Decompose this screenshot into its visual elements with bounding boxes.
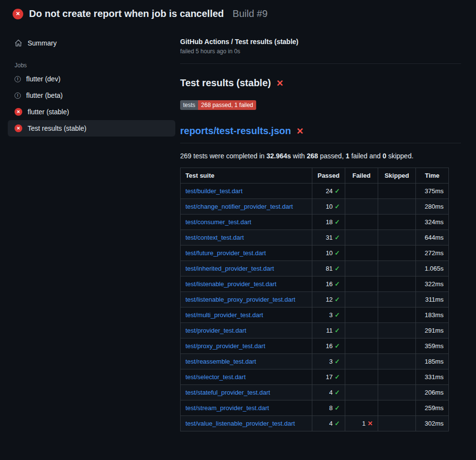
test-suite-link[interactable]: test/selector_test.dart [185, 373, 246, 381]
check-icon: ✓ [335, 280, 340, 288]
cell-failed [345, 369, 378, 385]
cell-passed: 3✓ [312, 307, 345, 323]
jobs-section-label: Jobs [15, 62, 175, 69]
cell-failed [345, 276, 378, 292]
cell-failed [345, 400, 378, 416]
cell-skipped [378, 354, 416, 369]
cell-time: 331ms [416, 369, 449, 385]
check-icon: ✓ [335, 389, 340, 396]
cell-test-suite: test/inherited_provider_test.dart [181, 261, 312, 276]
test-suite-link[interactable]: test/builder_test.dart [185, 187, 243, 195]
badge-label: tests [180, 100, 198, 110]
cell-time: 206ms [416, 385, 449, 400]
check-icon: ✓ [335, 187, 340, 195]
cell-skipped [378, 215, 416, 230]
test-suite-link[interactable]: test/reassemble_test.dart [185, 358, 256, 365]
sidebar-item-label: flutter (stable) [28, 108, 69, 116]
table-row: test/stateful_provider_test.dart4✓206ms [181, 385, 449, 400]
table-row: test/listenable_proxy_provider_test.dart… [181, 292, 449, 307]
cell-passed: 24✓ [312, 184, 345, 199]
cell-test-suite: test/value_listenable_provider_test.dart [181, 416, 312, 431]
section-title: Test results (stable) ✕ [180, 77, 461, 89]
cell-skipped [378, 369, 416, 385]
section-title-text: Test results (stable) [180, 77, 271, 89]
test-suite-link[interactable]: test/listenable_provider_test.dart [185, 280, 276, 288]
cell-passed: 17✓ [312, 369, 345, 385]
check-icon: ✓ [335, 203, 340, 210]
cell-test-suite: test/builder_test.dart [181, 184, 312, 199]
sidebar-item-label: Test results (stable) [28, 124, 86, 132]
cell-passed: 8✓ [312, 400, 345, 416]
test-suite-link[interactable]: test/context_test.dart [185, 234, 244, 241]
cell-test-suite: test/provider_test.dart [181, 323, 312, 338]
cell-test-suite: test/stateful_provider_test.dart [181, 385, 312, 400]
cell-failed [345, 184, 378, 199]
col-header-skipped: Skipped [378, 168, 416, 184]
cell-time: 324ms [416, 215, 449, 230]
cancelled-icon: ! [15, 92, 21, 99]
run-meta: failed 5 hours ago in 0s [180, 48, 461, 55]
cell-skipped [378, 292, 416, 307]
test-suite-link[interactable]: test/proxy_provider_test.dart [185, 342, 265, 350]
cell-time: 311ms [416, 292, 449, 307]
breadcrumb: GitHub Actions / Test results (stable) [180, 38, 461, 46]
sidebar-item-summary[interactable]: Summary [8, 35, 175, 51]
test-suite-link[interactable]: test/future_provider_test.dart [185, 249, 266, 257]
cell-time: 272ms [416, 245, 449, 261]
home-icon [15, 39, 22, 47]
summary-skipped: 0 [383, 152, 386, 160]
test-suite-link[interactable]: test/stateful_provider_test.dart [185, 389, 270, 396]
cell-failed [345, 385, 378, 400]
report-file-link[interactable]: reports/test-results.json [180, 125, 291, 137]
cell-time: 359ms [416, 338, 449, 354]
sidebar-item-job[interactable]: ✕flutter (stable) [8, 104, 175, 120]
table-header-row: Test suite Passed Failed Skipped Time [181, 168, 449, 184]
summary-duration: 32.964s [266, 152, 291, 160]
cell-time: 644ms [416, 230, 449, 245]
table-row: test/selector_test.dart17✓331ms [181, 369, 449, 385]
summary-passed: 268 [307, 152, 318, 160]
cell-test-suite: test/consumer_test.dart [181, 215, 312, 230]
test-suite-link[interactable]: test/stream_provider_test.dart [185, 404, 269, 412]
cell-time: 280ms [416, 199, 449, 215]
test-suite-link[interactable]: test/multi_provider_test.dart [185, 311, 263, 319]
divider [180, 63, 461, 64]
cell-test-suite: test/listenable_provider_test.dart [181, 276, 312, 292]
sidebar: Summary Jobs !flutter (dev)!flutter (bet… [0, 22, 180, 137]
check-icon: ✓ [335, 311, 340, 319]
cell-skipped [378, 199, 416, 215]
col-header-passed: Passed [312, 168, 345, 184]
cell-failed [345, 245, 378, 261]
cell-test-suite: test/change_notifier_provider_test.dart [181, 199, 312, 215]
table-row: test/reassemble_test.dart3✓185ms [181, 354, 449, 369]
test-suite-link[interactable]: test/consumer_test.dart [185, 218, 251, 226]
sidebar-item-job[interactable]: !flutter (beta) [8, 87, 175, 104]
cell-failed: 1✕ [345, 416, 378, 431]
table-row: test/listenable_provider_test.dart16✓322… [181, 276, 449, 292]
table-row: test/stream_provider_test.dart8✓259ms [181, 400, 449, 416]
test-suite-link[interactable]: test/provider_test.dart [185, 327, 246, 334]
cell-time: 302ms [416, 416, 449, 431]
main-content: GitHub Actions / Test results (stable) f… [180, 22, 476, 431]
cell-passed: 3✓ [312, 354, 345, 369]
cell-test-suite: test/selector_test.dart [181, 369, 312, 385]
test-suite-link[interactable]: test/listenable_proxy_provider_test.dart [185, 296, 295, 303]
cell-failed [345, 307, 378, 323]
cell-passed: 10✓ [312, 199, 345, 215]
check-icon: ✓ [335, 327, 340, 334]
cell-failed [345, 292, 378, 307]
test-suite-link[interactable]: test/change_notifier_provider_test.dart [185, 203, 293, 210]
cell-passed: 18✓ [312, 215, 345, 230]
run-header: ✕ Do not create report when job is cance… [0, 0, 476, 22]
sidebar-item-job[interactable]: !flutter (dev) [8, 71, 175, 87]
check-icon: ✓ [335, 218, 340, 226]
table-row: test/builder_test.dart24✓375ms [181, 184, 449, 199]
cell-passed: 16✓ [312, 276, 345, 292]
report-title: reports/test-results.json ✕ [180, 125, 461, 143]
test-suite-link[interactable]: test/inherited_provider_test.dart [185, 265, 274, 272]
cell-skipped [378, 184, 416, 199]
test-suite-link[interactable]: test/value_listenable_provider_test.dart [185, 420, 295, 427]
table-row: test/multi_provider_test.dart3✓183ms [181, 307, 449, 323]
cell-test-suite: test/context_test.dart [181, 230, 312, 245]
sidebar-item-job[interactable]: ✕Test results (stable) [8, 120, 175, 137]
